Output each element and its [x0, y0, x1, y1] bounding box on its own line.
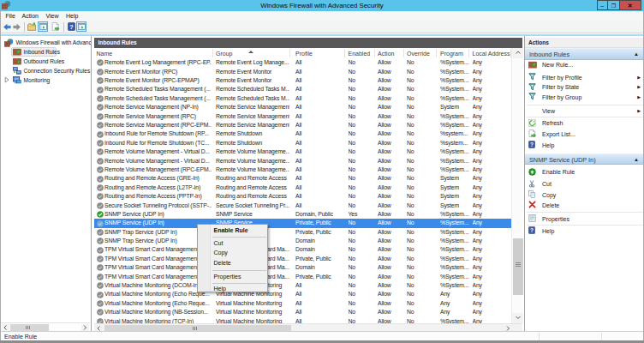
svg-text:?: ? — [69, 23, 73, 31]
svg-text:?: ? — [530, 227, 534, 233]
svg-text:?: ? — [530, 141, 534, 147]
